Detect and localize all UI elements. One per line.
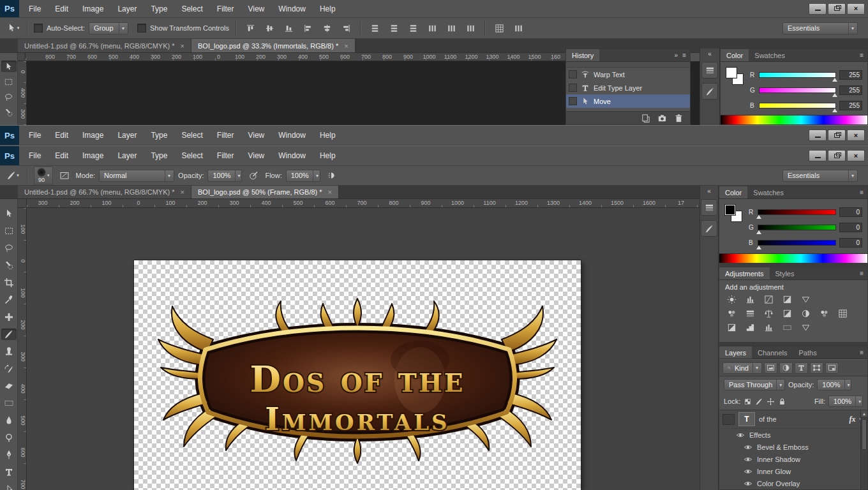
auto-select-target-dropdown[interactable]: Group▾	[89, 22, 128, 34]
document-tab[interactable]: Untitled-1.psd @ 66.7% (menu, RGB/8/CMYK…	[18, 186, 191, 198]
distribute-horizontal-centers-button[interactable]	[444, 21, 459, 35]
triangle-icon[interactable]	[798, 293, 813, 306]
text-layer-row[interactable]: T of the fx ▾	[719, 410, 867, 429]
workspace-dropdown[interactable]: Essentials▾	[782, 22, 858, 34]
layer-blend-mode-dropdown[interactable]: Pass Through▾	[724, 379, 785, 390]
effects-group-row[interactable]: Effects	[719, 429, 867, 441]
close-tab-icon[interactable]: ×	[328, 188, 332, 196]
filter-smart-objects-icon[interactable]	[825, 362, 839, 374]
quick-selection-tool[interactable]	[1, 260, 17, 271]
distribute-top-edges-button[interactable]	[367, 21, 382, 35]
red-slider-track[interactable]	[759, 72, 836, 78]
quick-selection-tool[interactable]	[1, 107, 17, 118]
invert-icon[interactable]	[724, 322, 739, 334]
menu-item[interactable]: File	[22, 151, 48, 160]
panel-menu-icon[interactable]: ≡	[860, 189, 864, 196]
lock-position-icon[interactable]	[767, 397, 775, 406]
clone-stamp-tool[interactable]	[1, 346, 17, 357]
align-horizontal-centers-button[interactable]	[319, 21, 334, 35]
menu-item[interactable]: Window	[271, 131, 313, 140]
scroll-up-arrow-icon[interactable]: ▲	[861, 410, 867, 418]
restore-button[interactable]	[828, 150, 846, 161]
brightness-contrast-icon[interactable]	[724, 293, 739, 306]
panel-menu-icon[interactable]: ≡	[860, 349, 864, 356]
history-source-checkbox[interactable]	[569, 97, 577, 105]
layer-effect-row[interactable]: Bevel & Emboss	[719, 441, 867, 453]
minimize-button[interactable]	[809, 130, 827, 141]
layer-effect-row[interactable]: Inner Glow	[719, 465, 867, 477]
layer-effect-row[interactable]: Color Overlay	[719, 477, 867, 489]
vertical-ruler-back[interactable]: 0400300200	[18, 61, 27, 125]
panel-menu-icon[interactable]: ≡	[860, 52, 864, 59]
menu-item[interactable]: Help	[313, 4, 343, 13]
lock-transparent-pixels-icon[interactable]	[744, 397, 752, 406]
menu-item[interactable]: Help	[313, 131, 343, 140]
history-source-checkbox[interactable]	[569, 84, 577, 92]
slider-thumb[interactable]	[832, 78, 837, 82]
minimize-button[interactable]	[809, 150, 827, 161]
color-spectrum-ramp[interactable]	[721, 115, 867, 124]
exposure-icon[interactable]	[780, 293, 795, 306]
align-left-edges-button[interactable]	[300, 21, 315, 35]
auto-select-checkbox[interactable]	[34, 24, 43, 33]
menu-item[interactable]: Filter	[210, 4, 241, 13]
tablet-pressure-opacity-button[interactable]	[246, 168, 261, 182]
tab-swatches[interactable]: Swatches	[749, 49, 791, 61]
red-value-field[interactable]: 255	[839, 70, 862, 80]
workspace-dropdown[interactable]: Essentials▾	[782, 170, 858, 182]
menu-item[interactable]: Type	[144, 151, 174, 160]
menu-item[interactable]: Image	[75, 131, 110, 140]
green-value-field[interactable]: 0	[839, 223, 862, 232]
expand-panels-icon[interactable]: «	[708, 51, 712, 57]
blue-value-field[interactable]: 0	[839, 238, 862, 248]
color-spectrum-ramp[interactable]	[719, 253, 867, 263]
lasso-tool[interactable]	[1, 91, 17, 103]
show-transform-checkbox[interactable]	[137, 24, 146, 33]
new-snapshot-button[interactable]	[657, 114, 667, 123]
layer-effects-badge[interactable]: fx	[849, 415, 855, 424]
distribute-bottom-edges-button[interactable]	[405, 21, 421, 35]
align-top-edges-button[interactable]	[243, 21, 258, 35]
foreground-color-swatch[interactable]	[724, 204, 736, 216]
tab-channels[interactable]: Channels	[752, 346, 793, 359]
menu-item[interactable]: Image	[75, 4, 110, 13]
green-value-field[interactable]: 255	[839, 85, 862, 95]
eraser-tool[interactable]	[1, 380, 17, 392]
flow-dropdown[interactable]: 100%▾	[286, 170, 320, 182]
foreground-background-swatches[interactable]	[724, 204, 744, 223]
horizontal-ruler-front[interactable]: 3002001000100200300400500600700800900100…	[27, 199, 700, 208]
visibility-eye-icon[interactable]	[744, 467, 752, 476]
foreground-color-swatch[interactable]	[726, 67, 737, 78]
layer-fill-dropdown[interactable]: 100%▾	[828, 396, 863, 407]
layer-effect-row[interactable]: Inner Shadow	[719, 453, 867, 465]
layer-opacity-dropdown[interactable]: 100%▾	[817, 379, 851, 390]
lock-all-icon[interactable]	[778, 397, 786, 406]
menu-item[interactable]: Filter	[210, 151, 241, 160]
crop-tool[interactable]	[1, 277, 17, 288]
history-row-partial[interactable]	[566, 62, 690, 68]
filter-pixel-layers-icon[interactable]	[764, 362, 777, 374]
auto-align-layers-button[interactable]	[491, 21, 507, 35]
vibrance-icon[interactable]	[724, 308, 739, 320]
expand-panels-icon[interactable]: «	[707, 188, 711, 195]
distribute-left-edges-button[interactable]	[424, 21, 440, 35]
gradient-tool[interactable]	[1, 397, 17, 409]
posterize-icon[interactable]	[743, 322, 758, 334]
menu-item[interactable]: View	[241, 4, 271, 13]
close-button[interactable]: ×	[847, 3, 865, 15]
blue-value-field[interactable]: 255	[839, 101, 862, 110]
green-slider-track[interactable]	[759, 87, 836, 93]
path-selection-tool[interactable]	[1, 484, 17, 490]
layer-name[interactable]: of the	[759, 415, 777, 423]
slider-thumb[interactable]	[756, 230, 761, 234]
menu-item[interactable]: Window	[271, 151, 313, 160]
history-brush-tool[interactable]	[1, 363, 17, 375]
red-slider-track[interactable]	[758, 209, 836, 215]
visibility-toggle-empty[interactable]	[722, 414, 735, 425]
menu-item[interactable]: Edit	[48, 4, 75, 13]
history-row[interactable]: Edit Type Layer	[566, 81, 690, 94]
close-button[interactable]: ×	[847, 150, 865, 161]
collapsed-panel-button[interactable]	[701, 83, 718, 100]
distribute-right-edges-button[interactable]	[463, 21, 478, 35]
slider-thumb[interactable]	[756, 246, 761, 249]
